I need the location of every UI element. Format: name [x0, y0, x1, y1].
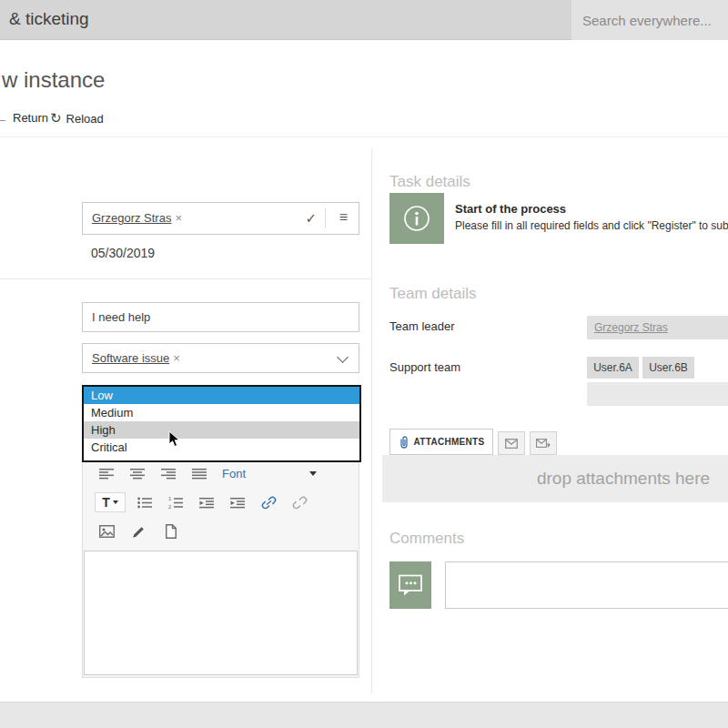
assignee-field[interactable]: Grzegorz Stras× ✓ ≡ — [82, 202, 359, 235]
reload-icon: ↻ — [50, 110, 62, 126]
return-arrow-icon: ← — [0, 110, 8, 126]
priority-option-medium[interactable]: Medium — [84, 404, 359, 421]
align-left-button[interactable] — [95, 463, 118, 483]
team-leader-value[interactable]: Grzegorz Stras — [594, 321, 668, 334]
task-description: Please fill in all required fields and c… — [455, 219, 728, 232]
unlink-icon — [292, 496, 308, 510]
dropzone-text: drop attachments here — [537, 469, 710, 489]
tab-attachments[interactable]: ATTACHMENTS — [389, 429, 493, 455]
outdent-button[interactable] — [195, 492, 218, 512]
comment-input[interactable] — [445, 561, 728, 609]
align-right-button[interactable] — [157, 463, 180, 483]
svg-text:2: 2 — [168, 504, 172, 509]
bullet-list-icon — [137, 497, 152, 509]
global-search[interactable] — [571, 0, 728, 40]
task-info-tile — [389, 193, 444, 244]
comment-tile — [389, 561, 431, 609]
editor-toolbar-row-2: T 12 — [95, 492, 311, 512]
remove-category-icon[interactable]: × — [173, 351, 180, 365]
assignee-name[interactable]: Grzegorz Stras — [92, 211, 171, 225]
field-separator — [325, 208, 326, 228]
assignee-chip: Grzegorz Stras× — [92, 211, 182, 225]
return-button[interactable]: ← Return — [0, 110, 48, 126]
task-details-heading: Task details — [389, 173, 470, 191]
footer-bar — [0, 702, 728, 728]
svg-text:1: 1 — [168, 497, 172, 501]
text-color-button[interactable]: T — [95, 492, 126, 512]
numbered-list-button[interactable]: 12 — [164, 492, 187, 512]
info-icon — [402, 204, 431, 233]
outdent-icon — [199, 497, 214, 509]
tab-attachments-label: ATTACHMENTS — [414, 437, 485, 447]
category-chip: Software issue× — [92, 351, 180, 365]
page-title: w instance — [2, 67, 105, 93]
category-field[interactable]: Software issue× — [82, 343, 359, 373]
align-justify-icon — [192, 468, 207, 480]
remove-link-button[interactable] — [288, 492, 311, 512]
insert-file-button[interactable] — [158, 521, 182, 541]
description-textarea[interactable] — [84, 551, 358, 675]
editor-toolbar-row-3 — [95, 521, 182, 541]
numbered-list-icon: 12 — [168, 497, 183, 509]
date-value: 05/30/2019 — [91, 246, 155, 260]
file-icon — [164, 524, 177, 539]
align-center-button[interactable] — [126, 463, 149, 483]
comments-heading: Comments — [389, 530, 464, 548]
comment-bubble-icon — [399, 574, 423, 597]
support-member-chip[interactable]: User.6A — [587, 357, 639, 379]
team-details-heading: Team details — [389, 285, 476, 303]
image-icon — [99, 525, 115, 538]
category-name[interactable]: Software issue — [92, 351, 169, 365]
subject-input[interactable] — [82, 302, 359, 332]
search-input[interactable] — [571, 0, 728, 40]
chevron-down-icon[interactable] — [337, 351, 349, 363]
edit-source-button[interactable] — [126, 521, 150, 541]
priority-option-critical[interactable]: Critical — [84, 439, 359, 456]
font-family-dropdown[interactable]: Font — [222, 467, 317, 480]
mail-icon — [505, 439, 518, 449]
priority-dropdown: Low Medium High Critical — [82, 385, 361, 462]
font-family-value: Font — [222, 467, 246, 480]
section-divider — [0, 278, 371, 279]
dropdown-arrow-icon — [309, 471, 317, 476]
return-label: Return — [13, 111, 48, 125]
align-left-icon — [99, 468, 114, 480]
align-justify-button[interactable] — [187, 463, 211, 483]
app-window: & ticketing w instance ← Return ↻ Reload… — [0, 0, 728, 728]
text-color-icon: T — [102, 495, 110, 510]
app-title: & ticketing — [9, 9, 89, 29]
team-leader-label: Team leader — [389, 319, 455, 333]
bullet-list-button[interactable] — [133, 492, 157, 512]
text-color-arrow-icon — [113, 500, 118, 504]
remove-assignee-icon[interactable]: × — [175, 211, 182, 225]
indent-icon — [230, 497, 245, 509]
team-leader-value-box: Grzegorz Stras — [587, 316, 728, 339]
priority-option-high[interactable]: High — [84, 421, 359, 439]
reload-label: Reload — [66, 112, 104, 126]
pencil-icon — [132, 525, 146, 539]
support-team-empty-field — [587, 382, 728, 406]
priority-option-low[interactable]: Low — [84, 387, 359, 404]
align-center-icon — [130, 468, 145, 480]
top-bar: & ticketing — [0, 0, 728, 40]
picker-list-icon[interactable]: ≡ — [339, 209, 348, 226]
attachments-dropzone[interactable]: drop attachments here — [382, 455, 728, 502]
editor-toolbar-row-1: Font — [95, 463, 317, 483]
support-team-label: Support team — [389, 360, 460, 374]
paperclip-icon — [399, 436, 410, 449]
column-divider — [371, 147, 372, 693]
reload-button[interactable]: ↻ Reload — [50, 110, 104, 126]
link-icon — [261, 496, 277, 510]
task-title: Start of the process — [455, 202, 566, 216]
mail-forward-icon — [536, 439, 551, 449]
toolbar-divider — [0, 136, 728, 137]
insert-link-button[interactable] — [257, 492, 280, 512]
tab-email[interactable] — [498, 431, 525, 455]
indent-button[interactable] — [226, 492, 249, 512]
insert-image-button[interactable] — [95, 521, 118, 541]
tab-send-mail[interactable] — [530, 431, 557, 455]
support-member-chip[interactable]: User.6B — [642, 357, 694, 379]
confirm-icon[interactable]: ✓ — [305, 210, 317, 227]
align-right-icon — [161, 468, 176, 480]
